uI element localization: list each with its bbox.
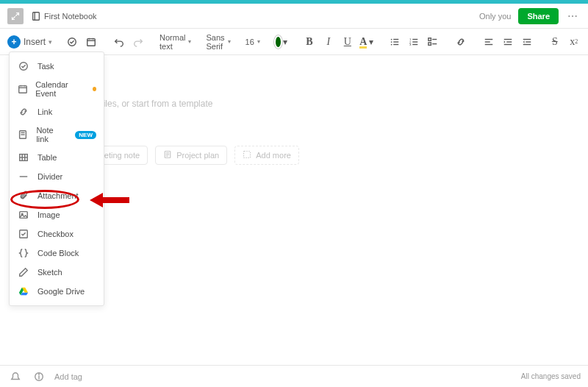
font-family-select[interactable]: Sans Serif▾ — [204, 33, 232, 51]
svg-rect-19 — [429, 38, 431, 40]
plus-icon: + — [7, 35, 21, 49]
insert-menu-item-google-drive[interactable]: Google Drive — [10, 282, 104, 301]
chip-icon — [163, 150, 172, 160]
insert-menu-item-label: Table — [37, 153, 57, 162]
outdent-button[interactable] — [519, 33, 535, 51]
link-toolbar-button[interactable] — [453, 33, 469, 51]
template-chip-addmore[interactable]: Add more — [234, 146, 299, 165]
calendar-icon — [17, 84, 28, 94]
more-actions-button[interactable]: ⋯ — [564, 10, 581, 22]
svg-rect-48 — [18, 86, 26, 93]
chip-label: Add more — [256, 151, 291, 160]
insert-menu-item-task[interactable]: Task — [10, 57, 104, 76]
chip-icon — [243, 150, 251, 160]
save-status: All changes saved — [521, 372, 581, 380]
insert-dropdown-trigger[interactable]: + Insert ▾ — [7, 35, 52, 49]
check-circle-icon — [17, 61, 30, 71]
notebook-selector[interactable]: First Notebook — [31, 11, 97, 21]
insert-menu-item-label: Attachment — [37, 191, 79, 200]
insert-menu-item-sketch[interactable]: Sketch — [10, 263, 104, 282]
gdrive-icon — [17, 286, 30, 297]
divider-icon — [17, 171, 30, 182]
svg-rect-0 — [33, 12, 40, 20]
calendar-toolbar-button[interactable] — [83, 33, 99, 51]
insert-label: Insert — [24, 37, 46, 47]
insert-menu-item-label: Task — [37, 62, 54, 71]
paragraph-style-select[interactable]: Normal text▾ — [158, 33, 193, 51]
footer-bar: Add tag All changes saved — [0, 365, 588, 387]
insert-menu-item-label: Link — [37, 107, 52, 116]
svg-rect-21 — [429, 42, 431, 45]
insert-menu-item-label: Calendar Event — [35, 80, 82, 98]
insert-menu-item-label: Sketch — [37, 268, 62, 277]
numbered-list-button[interactable]: 123 — [406, 33, 422, 51]
insert-menu-item-table[interactable]: Table — [10, 148, 104, 167]
checkbox-icon — [17, 229, 30, 239]
notebook-icon — [31, 11, 41, 21]
chip-label: Project plan — [176, 151, 219, 160]
bold-button[interactable]: B — [301, 33, 318, 51]
strikethrough-button[interactable]: S — [547, 33, 563, 51]
share-button[interactable]: Share — [518, 8, 559, 24]
indent-button[interactable] — [500, 33, 516, 51]
new-dot-icon — [93, 87, 96, 91]
insert-menu-item-label: Code Block — [37, 249, 79, 258]
bulleted-list-button[interactable] — [387, 33, 403, 51]
font-color-button[interactable]: ▾ — [273, 33, 290, 51]
insert-menu-item-checkbox[interactable]: Checkbox — [10, 224, 104, 244]
svg-point-7 — [391, 38, 392, 40]
insert-menu-item-link[interactable]: Link — [10, 102, 104, 121]
insert-menu-item-label: Note link — [36, 126, 65, 143]
svg-rect-3 — [87, 38, 96, 46]
font-size-select[interactable]: 16▾ — [244, 38, 262, 46]
superscript-button[interactable]: x2 — [566, 33, 582, 51]
italic-button[interactable]: I — [320, 33, 337, 51]
svg-point-11 — [391, 43, 392, 45]
braces-icon — [17, 248, 30, 258]
color-swatch-icon — [276, 37, 281, 47]
template-chip-project[interactable]: Project plan — [155, 146, 227, 165]
insert-menu-item-label: Image — [37, 210, 60, 219]
attachment-icon — [17, 191, 30, 201]
pencil-icon — [17, 267, 30, 277]
redo-button[interactable] — [130, 33, 146, 51]
insert-menu-item-calendar-event[interactable]: Calendar Event — [10, 76, 104, 102]
link-icon — [17, 107, 30, 117]
reminders-button[interactable] — [7, 368, 24, 386]
checklist-button[interactable] — [425, 33, 441, 51]
svg-text:3: 3 — [409, 43, 412, 46]
image-icon — [17, 210, 30, 220]
svg-rect-46 — [244, 152, 251, 158]
insert-menu-item-attachment[interactable]: Attachment — [10, 186, 104, 205]
svg-point-9 — [391, 41, 392, 43]
svg-rect-60 — [20, 212, 28, 219]
notebook-name: First Notebook — [44, 12, 97, 21]
insert-menu-item-label: Divider — [37, 172, 62, 181]
insert-menu-item-divider[interactable]: Divider — [10, 167, 104, 186]
insert-menu: TaskCalendar EventLinkNote linkNEWTableD… — [9, 52, 104, 306]
insert-menu-item-image[interactable]: Image — [10, 205, 104, 224]
table-icon — [17, 152, 30, 163]
undo-button[interactable] — [111, 33, 127, 51]
note-info-button[interactable] — [31, 368, 47, 386]
share-status: Only you — [479, 12, 511, 21]
insert-menu-item-label: Checkbox — [37, 230, 74, 238]
highlight-button[interactable]: A▾ — [359, 33, 375, 51]
chevron-down-icon: ▾ — [49, 38, 52, 46]
add-tag-input[interactable]: Add tag — [54, 372, 514, 381]
insert-menu-item-note-link[interactable]: Note linkNEW — [10, 121, 104, 148]
svg-point-65 — [39, 374, 40, 374]
note-icon — [17, 129, 29, 140]
task-toolbar-button[interactable] — [64, 33, 80, 51]
subscript-button[interactable]: x2 — [585, 33, 588, 51]
app-header: First Notebook Only you Share ⋯ — [0, 4, 588, 29]
insert-menu-item-code-block[interactable]: Code Block — [10, 244, 104, 263]
underline-button[interactable]: U — [340, 33, 356, 51]
align-left-button[interactable] — [481, 33, 497, 51]
new-badge: NEW — [75, 131, 96, 139]
expand-note-button[interactable] — [7, 8, 24, 24]
insert-menu-item-label: Google Drive — [37, 287, 85, 296]
